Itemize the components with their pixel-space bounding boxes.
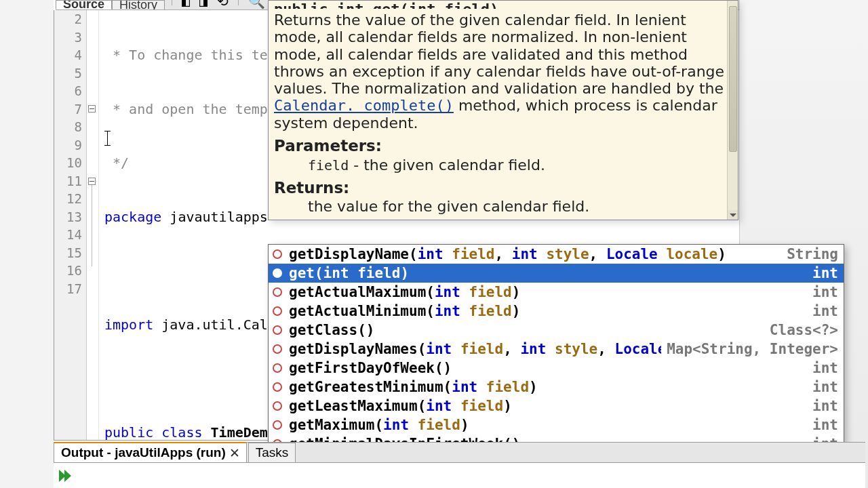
ibeam-cursor-icon [107, 131, 108, 146]
autocomplete-item[interactable]: getMaximum(int field)int [269, 415, 844, 434]
line-number-gutter: 234 567 8910 111213 141516 17 [54, 10, 87, 440]
tasks-tab[interactable]: Tasks [248, 443, 296, 462]
javadoc-description: Returns the value of the given calendar … [274, 12, 724, 97]
editor-toolbar-icons: ◧ ◨ ⟲ 🔍 [172, 0, 265, 9]
fold-toggle-icon[interactable] [88, 178, 96, 185]
return-type: int [807, 303, 838, 319]
return-type: String [781, 246, 838, 262]
scroll-down-icon[interactable] [728, 210, 738, 220]
javadoc-scrollbar[interactable] [727, 1, 738, 220]
method-icon [273, 401, 282, 411]
autocomplete-item[interactable]: get(int field)int [269, 264, 844, 283]
method-signature: get(int field) [289, 265, 807, 281]
method-signature: getLeastMaximum(int field) [289, 398, 807, 414]
method-signature: getMaximum(int field) [289, 417, 807, 433]
method-icon [273, 249, 282, 259]
method-signature: getDisplayName(int field, int style, Loc… [289, 246, 781, 262]
rerun-icon[interactable] [58, 468, 73, 483]
return-type: int [807, 379, 838, 395]
nav-forward-icon[interactable]: ◨ [199, 0, 208, 9]
autocomplete-item[interactable]: getDisplayNames(int field, int style, Lo… [269, 340, 844, 359]
javadoc-parameters-heading: Parameters: [274, 137, 731, 155]
source-tab[interactable]: Source [56, 0, 112, 9]
method-icon [273, 306, 282, 316]
search-icon[interactable]: 🔍 [248, 0, 265, 9]
bottom-tab-bar: Output - javaUtilApps (run) ✕ Tasks [54, 442, 865, 462]
javadoc-parameter: field - the given calendar field. [274, 157, 731, 174]
autocomplete-item[interactable]: getDisplayName(int field, int style, Loc… [269, 245, 844, 264]
return-type: int [807, 265, 838, 281]
output-panel [54, 462, 865, 488]
method-icon [273, 344, 282, 354]
method-icon [273, 382, 282, 392]
autocomplete-item[interactable]: getClass()Class<?> [269, 321, 844, 340]
return-type: int [807, 417, 838, 433]
scrollbar-thumb[interactable] [729, 6, 737, 152]
output-tab-label: Output - javaUtilApps (run) [61, 445, 226, 460]
left-gutter-spacer [0, 0, 54, 488]
autocomplete-item[interactable]: getActualMinimum(int field)int [269, 302, 844, 321]
autocomplete-item[interactable]: getGreatestMinimum(int field)int [269, 378, 844, 396]
method-icon [273, 420, 282, 430]
return-type: int [807, 398, 838, 414]
method-signature: getClass() [289, 322, 764, 338]
method-signature: getActualMaximum(int field) [289, 284, 807, 300]
return-type: int [807, 284, 838, 300]
javadoc-returns-heading: Returns: [274, 179, 731, 197]
method-signature: getFirstDayOfWeek() [289, 360, 807, 376]
return-type: Class<?> [764, 322, 838, 338]
method-icon [273, 325, 282, 335]
fold-toggle-icon[interactable] [88, 105, 96, 113]
autocomplete-item[interactable]: getActualMaximum(int field)int [269, 283, 844, 302]
javadoc-link[interactable]: Calendar. complete() [274, 97, 454, 114]
javadoc-returns: the value for the given calendar field. [274, 198, 731, 215]
method-icon [273, 268, 282, 278]
autocomplete-item[interactable]: getLeastMaximum(int field)int [269, 396, 844, 415]
output-tab[interactable]: Output - javaUtilApps (run) ✕ [54, 442, 247, 462]
method-signature: getActualMinimum(int field) [289, 303, 807, 319]
method-signature: getGreatestMinimum(int field) [289, 379, 807, 395]
method-signature: getDisplayNames(int field, int style, Lo… [289, 341, 661, 357]
method-icon [273, 287, 282, 297]
return-type: Map<String, Integer> [661, 341, 838, 357]
autocomplete-item[interactable]: getFirstDayOfWeek()int [269, 359, 844, 378]
javadoc-signature: public int get(int field) [269, 1, 738, 9]
javadoc-popup: public int get(int field) Returns the va… [268, 0, 738, 220]
refresh-icon[interactable]: ⟲ [217, 0, 229, 9]
history-tab[interactable]: History [112, 0, 165, 9]
close-icon[interactable]: ✕ [230, 448, 239, 458]
method-icon [273, 363, 282, 373]
fold-column[interactable] [87, 10, 99, 440]
return-type: int [807, 360, 838, 376]
nav-back-icon[interactable]: ◧ [182, 0, 190, 9]
